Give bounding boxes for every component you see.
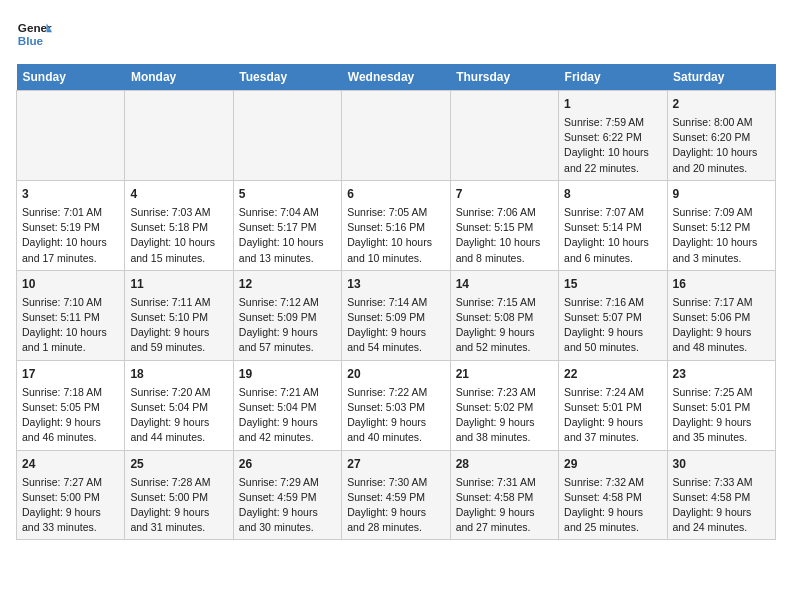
- calendar-cell: 2Sunrise: 8:00 AMSunset: 6:20 PMDaylight…: [667, 91, 775, 181]
- day-info: Sunrise: 7:11 AMSunset: 5:10 PMDaylight:…: [130, 295, 227, 356]
- day-info: Sunrise: 7:01 AMSunset: 5:19 PMDaylight:…: [22, 205, 119, 266]
- column-header-sunday: Sunday: [17, 64, 125, 91]
- day-info: Sunrise: 7:33 AMSunset: 4:58 PMDaylight:…: [673, 475, 770, 536]
- day-number: 16: [673, 275, 770, 293]
- svg-text:Blue: Blue: [18, 34, 44, 47]
- day-info: Sunrise: 8:00 AMSunset: 6:20 PMDaylight:…: [673, 115, 770, 176]
- day-info: Sunrise: 7:32 AMSunset: 4:58 PMDaylight:…: [564, 475, 661, 536]
- day-number: 25: [130, 455, 227, 473]
- day-info: Sunrise: 7:17 AMSunset: 5:06 PMDaylight:…: [673, 295, 770, 356]
- calendar-week-1: 1Sunrise: 7:59 AMSunset: 6:22 PMDaylight…: [17, 91, 776, 181]
- day-info: Sunrise: 7:06 AMSunset: 5:15 PMDaylight:…: [456, 205, 553, 266]
- day-info: Sunrise: 7:23 AMSunset: 5:02 PMDaylight:…: [456, 385, 553, 446]
- day-number: 26: [239, 455, 336, 473]
- calendar-cell: 19Sunrise: 7:21 AMSunset: 5:04 PMDayligh…: [233, 360, 341, 450]
- calendar-cell: 26Sunrise: 7:29 AMSunset: 4:59 PMDayligh…: [233, 450, 341, 540]
- calendar-cell: 15Sunrise: 7:16 AMSunset: 5:07 PMDayligh…: [559, 270, 667, 360]
- calendar-cell: 27Sunrise: 7:30 AMSunset: 4:59 PMDayligh…: [342, 450, 450, 540]
- page-header: General Blue: [16, 16, 776, 52]
- calendar-cell: 22Sunrise: 7:24 AMSunset: 5:01 PMDayligh…: [559, 360, 667, 450]
- day-info: Sunrise: 7:59 AMSunset: 6:22 PMDaylight:…: [564, 115, 661, 176]
- day-number: 1: [564, 95, 661, 113]
- calendar-cell: 5Sunrise: 7:04 AMSunset: 5:17 PMDaylight…: [233, 180, 341, 270]
- day-info: Sunrise: 7:24 AMSunset: 5:01 PMDaylight:…: [564, 385, 661, 446]
- day-info: Sunrise: 7:28 AMSunset: 5:00 PMDaylight:…: [130, 475, 227, 536]
- day-number: 3: [22, 185, 119, 203]
- calendar-week-4: 17Sunrise: 7:18 AMSunset: 5:05 PMDayligh…: [17, 360, 776, 450]
- column-header-monday: Monday: [125, 64, 233, 91]
- day-number: 28: [456, 455, 553, 473]
- calendar-cell: 18Sunrise: 7:20 AMSunset: 5:04 PMDayligh…: [125, 360, 233, 450]
- day-info: Sunrise: 7:22 AMSunset: 5:03 PMDaylight:…: [347, 385, 444, 446]
- day-info: Sunrise: 7:10 AMSunset: 5:11 PMDaylight:…: [22, 295, 119, 356]
- column-header-thursday: Thursday: [450, 64, 558, 91]
- day-info: Sunrise: 7:14 AMSunset: 5:09 PMDaylight:…: [347, 295, 444, 356]
- calendar-cell: [17, 91, 125, 181]
- calendar-cell: 30Sunrise: 7:33 AMSunset: 4:58 PMDayligh…: [667, 450, 775, 540]
- calendar-cell: 6Sunrise: 7:05 AMSunset: 5:16 PMDaylight…: [342, 180, 450, 270]
- calendar-cell: 13Sunrise: 7:14 AMSunset: 5:09 PMDayligh…: [342, 270, 450, 360]
- day-number: 30: [673, 455, 770, 473]
- calendar-cell: 7Sunrise: 7:06 AMSunset: 5:15 PMDaylight…: [450, 180, 558, 270]
- calendar-cell: 25Sunrise: 7:28 AMSunset: 5:00 PMDayligh…: [125, 450, 233, 540]
- day-info: Sunrise: 7:16 AMSunset: 5:07 PMDaylight:…: [564, 295, 661, 356]
- calendar-cell: 8Sunrise: 7:07 AMSunset: 5:14 PMDaylight…: [559, 180, 667, 270]
- logo: General Blue: [16, 16, 52, 52]
- calendar-cell: 17Sunrise: 7:18 AMSunset: 5:05 PMDayligh…: [17, 360, 125, 450]
- day-number: 9: [673, 185, 770, 203]
- calendar-cell: 10Sunrise: 7:10 AMSunset: 5:11 PMDayligh…: [17, 270, 125, 360]
- day-number: 4: [130, 185, 227, 203]
- calendar-week-2: 3Sunrise: 7:01 AMSunset: 5:19 PMDaylight…: [17, 180, 776, 270]
- calendar-cell: 20Sunrise: 7:22 AMSunset: 5:03 PMDayligh…: [342, 360, 450, 450]
- day-number: 15: [564, 275, 661, 293]
- day-number: 13: [347, 275, 444, 293]
- calendar-cell: 29Sunrise: 7:32 AMSunset: 4:58 PMDayligh…: [559, 450, 667, 540]
- day-number: 11: [130, 275, 227, 293]
- calendar-cell: [342, 91, 450, 181]
- calendar-week-5: 24Sunrise: 7:27 AMSunset: 5:00 PMDayligh…: [17, 450, 776, 540]
- calendar-cell: [125, 91, 233, 181]
- day-number: 10: [22, 275, 119, 293]
- day-number: 17: [22, 365, 119, 383]
- day-info: Sunrise: 7:20 AMSunset: 5:04 PMDaylight:…: [130, 385, 227, 446]
- column-header-wednesday: Wednesday: [342, 64, 450, 91]
- day-number: 22: [564, 365, 661, 383]
- column-header-saturday: Saturday: [667, 64, 775, 91]
- day-info: Sunrise: 7:07 AMSunset: 5:14 PMDaylight:…: [564, 205, 661, 266]
- calendar-cell: 1Sunrise: 7:59 AMSunset: 6:22 PMDaylight…: [559, 91, 667, 181]
- calendar-table: SundayMondayTuesdayWednesdayThursdayFrid…: [16, 64, 776, 540]
- day-info: Sunrise: 7:30 AMSunset: 4:59 PMDaylight:…: [347, 475, 444, 536]
- day-number: 24: [22, 455, 119, 473]
- calendar-cell: 21Sunrise: 7:23 AMSunset: 5:02 PMDayligh…: [450, 360, 558, 450]
- logo-icon: General Blue: [16, 16, 52, 52]
- day-number: 19: [239, 365, 336, 383]
- day-number: 12: [239, 275, 336, 293]
- calendar-cell: 12Sunrise: 7:12 AMSunset: 5:09 PMDayligh…: [233, 270, 341, 360]
- day-number: 2: [673, 95, 770, 113]
- day-info: Sunrise: 7:29 AMSunset: 4:59 PMDaylight:…: [239, 475, 336, 536]
- day-number: 21: [456, 365, 553, 383]
- day-number: 27: [347, 455, 444, 473]
- day-number: 20: [347, 365, 444, 383]
- column-header-friday: Friday: [559, 64, 667, 91]
- column-header-tuesday: Tuesday: [233, 64, 341, 91]
- day-info: Sunrise: 7:03 AMSunset: 5:18 PMDaylight:…: [130, 205, 227, 266]
- calendar-cell: 16Sunrise: 7:17 AMSunset: 5:06 PMDayligh…: [667, 270, 775, 360]
- calendar-week-3: 10Sunrise: 7:10 AMSunset: 5:11 PMDayligh…: [17, 270, 776, 360]
- day-info: Sunrise: 7:18 AMSunset: 5:05 PMDaylight:…: [22, 385, 119, 446]
- calendar-cell: 14Sunrise: 7:15 AMSunset: 5:08 PMDayligh…: [450, 270, 558, 360]
- calendar-cell: 4Sunrise: 7:03 AMSunset: 5:18 PMDaylight…: [125, 180, 233, 270]
- day-number: 6: [347, 185, 444, 203]
- day-info: Sunrise: 7:09 AMSunset: 5:12 PMDaylight:…: [673, 205, 770, 266]
- day-info: Sunrise: 7:21 AMSunset: 5:04 PMDaylight:…: [239, 385, 336, 446]
- day-info: Sunrise: 7:27 AMSunset: 5:00 PMDaylight:…: [22, 475, 119, 536]
- day-number: 29: [564, 455, 661, 473]
- calendar-cell: 23Sunrise: 7:25 AMSunset: 5:01 PMDayligh…: [667, 360, 775, 450]
- day-info: Sunrise: 7:25 AMSunset: 5:01 PMDaylight:…: [673, 385, 770, 446]
- calendar-cell: 9Sunrise: 7:09 AMSunset: 5:12 PMDaylight…: [667, 180, 775, 270]
- calendar-cell: 3Sunrise: 7:01 AMSunset: 5:19 PMDaylight…: [17, 180, 125, 270]
- calendar-header: SundayMondayTuesdayWednesdayThursdayFrid…: [17, 64, 776, 91]
- calendar-cell: 28Sunrise: 7:31 AMSunset: 4:58 PMDayligh…: [450, 450, 558, 540]
- calendar-cell: [450, 91, 558, 181]
- calendar-cell: 24Sunrise: 7:27 AMSunset: 5:00 PMDayligh…: [17, 450, 125, 540]
